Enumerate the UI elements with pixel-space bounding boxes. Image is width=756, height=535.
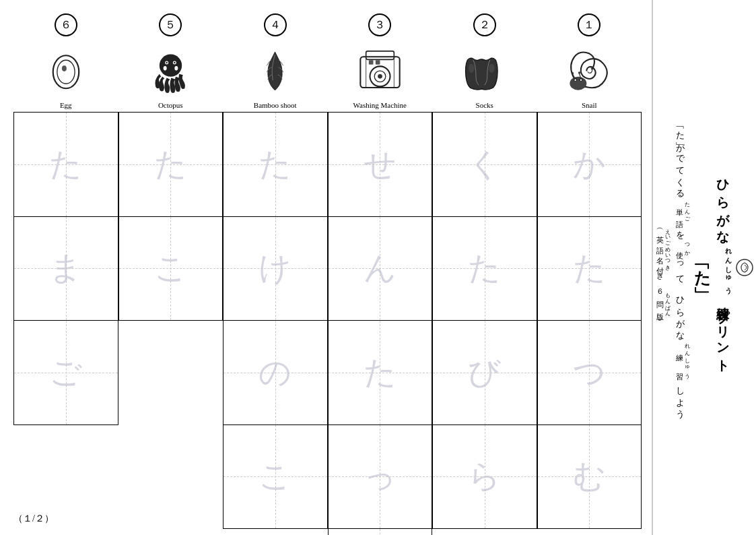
column-col1: １ Snailかたつむ (537, 13, 642, 529)
svg-point-8 (163, 66, 166, 71)
sidebar-char-title: 「た」 (691, 259, 713, 277)
circle-number-col1: １ (578, 13, 600, 36)
column-col2: ２ Socksくたびら (432, 13, 537, 529)
grid-cell-inner: っ (329, 425, 432, 529)
grid-cell-inner: び (433, 321, 537, 424)
image-col5 (118, 40, 224, 101)
columns-row: ６ Eggたまご５ Octopusたこ４ Bamboo shootたけのこ３ (13, 13, 642, 535)
svg-rect-15 (369, 60, 374, 65)
grid-cell[interactable]: つ (538, 321, 642, 425)
label-col4: Bamboo shoot (254, 101, 297, 109)
trace-character: た (259, 148, 291, 181)
grid-cell[interactable]: む (538, 425, 642, 529)
grid-cell-inner: た (329, 321, 432, 424)
grid-col3[interactable]: せんたっき (328, 112, 433, 535)
trace-character: ら (468, 460, 501, 493)
grid-cell-inner: ら (433, 425, 537, 529)
circle-number-col5: ５ (159, 13, 182, 36)
circle-number-col6: ６ (55, 13, 77, 36)
sidebar-description: 「た」がでてくる 単語たんご を 使つか って ひらがな 練習れんしゅう しよう (672, 123, 691, 415)
practice-area: ６ Eggたまご５ Octopusたこ４ Bamboo shootたけのこ３ (0, 0, 652, 535)
image-col6 (13, 40, 118, 101)
grid-col2[interactable]: くたびら (432, 112, 537, 529)
column-col4: ４ Bamboo shootたけのこ (223, 13, 328, 529)
grid-cell[interactable]: た (329, 321, 432, 425)
svg-point-18 (489, 63, 494, 72)
svg-point-24 (572, 72, 574, 74)
grid-cell-inner: く (433, 113, 537, 216)
grid-cell[interactable]: ん (329, 217, 432, 321)
trace-character: け (259, 252, 291, 284)
grid-cell[interactable]: び (433, 321, 537, 425)
grid-cell[interactable]: く (433, 113, 537, 217)
grid-cell[interactable]: ら (433, 425, 537, 529)
svg-point-19 (570, 77, 586, 90)
trace-character: ん (364, 252, 397, 284)
trace-character: こ (154, 252, 187, 284)
trace-character: せ (364, 148, 397, 181)
grid-cell[interactable]: け (224, 217, 327, 321)
trace-character: た (364, 356, 397, 389)
grid-cell-inner: た (224, 113, 327, 216)
column-col6: ６ Eggたまご (13, 13, 118, 425)
svg-point-3 (160, 54, 182, 76)
grid-col6[interactable]: たまご (13, 112, 118, 425)
grid-col1[interactable]: かたつむ (537, 112, 642, 529)
grid-cell[interactable]: っ (329, 425, 432, 530)
trace-character: び (468, 356, 501, 389)
grid-col5[interactable]: たこ (118, 112, 224, 321)
grid-cell-inner: き (329, 529, 432, 535)
page-indicator: （１/２） (13, 513, 54, 525)
sidebar: ひらがな れんしゅう 練習プリント 「た」 「た」がでてくる 単語たんご を 使… (652, 0, 756, 535)
trace-character: た (154, 148, 187, 181)
trace-character: ご (49, 356, 82, 389)
grid-cell[interactable]: た (119, 113, 223, 217)
main-container: ６ Eggたまご５ Octopusたこ４ Bamboo shootたけのこ３ (0, 0, 756, 535)
svg-point-27 (580, 80, 582, 82)
grid-cell[interactable]: た (538, 217, 642, 321)
label-col3: Washing Machine (353, 101, 407, 109)
sidebar-main-title: ひらがな れんしゅう 練習プリント (714, 170, 732, 367)
svg-point-25 (578, 71, 580, 73)
image-col4 (223, 40, 328, 101)
grid-cell[interactable]: ご (14, 321, 118, 424)
svg-rect-11 (366, 51, 394, 60)
grid-cell[interactable]: こ (119, 217, 223, 321)
grid-col4[interactable]: たけのこ (223, 112, 328, 529)
grid-cell[interactable]: こ (224, 425, 327, 529)
grid-cell-inner: ま (14, 217, 118, 321)
trace-character: た (573, 252, 606, 284)
trace-character: た (49, 148, 82, 181)
grid-cell[interactable]: た (224, 113, 327, 217)
grid-cell[interactable]: た (14, 113, 118, 217)
grid-cell-inner: た (433, 217, 537, 321)
grid-cell[interactable]: ま (14, 217, 118, 321)
circle-number-col3: ３ (368, 13, 391, 36)
circle-number-col4: ４ (264, 13, 287, 36)
grid-cell-inner: こ (224, 425, 327, 529)
trace-character: っ (364, 460, 397, 493)
image-col1 (537, 40, 642, 101)
grid-cell-inner: の (224, 321, 327, 424)
grid-cell-inner: け (224, 217, 327, 321)
grid-cell[interactable]: き (329, 529, 432, 535)
label-col5: Octopus (158, 101, 183, 109)
trace-character: こ (259, 460, 291, 493)
label-col2: Socks (476, 101, 493, 109)
trace-character: か (573, 148, 606, 181)
sidebar-subtitle: （ 英語名付えいごめいつき き ６ 問版もんばん ） (655, 225, 671, 323)
grid-cell-inner: せ (329, 113, 432, 216)
column-col5: ５ Octopusたこ (118, 13, 224, 321)
grid-cell[interactable]: の (224, 321, 327, 425)
grid-cell[interactable]: た (433, 217, 537, 321)
grid-cell-inner: た (14, 113, 118, 216)
image-col2 (432, 40, 537, 101)
svg-point-9 (174, 66, 178, 71)
svg-point-14 (378, 74, 382, 79)
svg-point-6 (166, 61, 168, 63)
grid-cell[interactable]: せ (329, 113, 432, 217)
trace-character: の (259, 356, 291, 389)
grid-cell-inner: む (538, 425, 642, 529)
grid-cell[interactable]: か (538, 113, 642, 217)
grid-cell-inner: つ (538, 321, 642, 424)
